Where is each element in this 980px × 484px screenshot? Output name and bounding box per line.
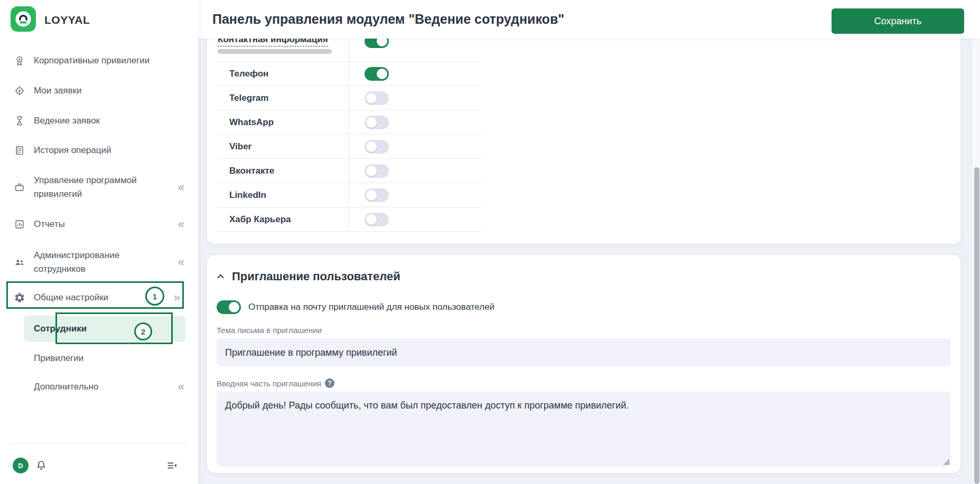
contact-channel-label: Вконтакте bbox=[217, 159, 349, 183]
table-row: Вконтакте bbox=[217, 159, 481, 183]
table-row: Viber bbox=[217, 135, 481, 159]
annotation-step-number: 2 bbox=[141, 327, 145, 336]
reports-icon bbox=[14, 219, 25, 230]
table-row: Хабр Карьера bbox=[217, 207, 481, 232]
sidebar-item-program-management[interactable]: Управление программой привилегий « bbox=[0, 170, 198, 205]
email-invite-toggle-row: Отправка на почту приглашений для новых … bbox=[217, 300, 951, 314]
avatar-initial: D bbox=[18, 462, 23, 470]
contact-channel-label: Хабр Карьера bbox=[217, 207, 349, 231]
brand-name: LOYYAL bbox=[44, 14, 90, 26]
horizontal-scrollbar-thumb[interactable] bbox=[218, 49, 332, 54]
resize-handle-icon[interactable] bbox=[943, 459, 949, 465]
app-window: LOYYAL Корпоративные привилегии Мои заяв… bbox=[0, 0, 980, 484]
collapse-chevron-icon[interactable]: « bbox=[178, 219, 184, 230]
sidebar-item-label: Привилегии bbox=[34, 352, 165, 365]
annotation-badge-step2: 2 bbox=[134, 322, 152, 340]
sidebar-item-request-management[interactable]: Ведение заявок bbox=[0, 111, 198, 130]
intro-field-label-text: Вводная часть приглашения bbox=[217, 379, 321, 388]
contact-channel-label: Telegram bbox=[217, 86, 349, 110]
award-icon bbox=[14, 55, 25, 67]
table-row: LinkedIn bbox=[217, 183, 481, 207]
habr-career-toggle[interactable] bbox=[365, 213, 389, 226]
sidebar-item-label: История операций bbox=[34, 144, 165, 157]
vkontakte-toggle[interactable] bbox=[365, 164, 389, 178]
intro-field-label: Вводная часть приглашения ? bbox=[217, 378, 951, 388]
collapse-sidebar-icon[interactable] bbox=[166, 459, 179, 472]
briefcase-icon bbox=[14, 182, 25, 193]
contact-channel-label: Viber bbox=[217, 135, 349, 158]
whatsapp-toggle[interactable] bbox=[365, 116, 389, 129]
page-title: Панель управления модулем "Ведение сотру… bbox=[212, 12, 564, 27]
telegram-toggle[interactable] bbox=[365, 91, 389, 105]
table-row: WhatsApp bbox=[217, 110, 481, 135]
collapse-chevron-icon[interactable]: « bbox=[178, 381, 184, 393]
email-invite-toggle-label: Отправка на почту приглашений для новых … bbox=[248, 302, 494, 312]
sidebar-item-label: Мои заявки bbox=[34, 84, 165, 98]
phone-toggle[interactable] bbox=[365, 67, 389, 81]
contact-channel-label: LinkedIn bbox=[217, 183, 349, 207]
page-header: Панель управления модулем "Ведение сотру… bbox=[198, 0, 980, 39]
sidebar-item-label: Ведение заявок bbox=[34, 114, 165, 128]
invite-subject-input[interactable] bbox=[217, 338, 951, 367]
sidebar-item-operation-history[interactable]: История операций bbox=[0, 141, 198, 160]
email-invite-toggle[interactable] bbox=[217, 300, 241, 314]
contact-channels-table: Контактная информация Телефон Telegram W… bbox=[217, 39, 481, 232]
annotation-badge-step1: 1 bbox=[145, 287, 164, 306]
invitation-card: Приглашение пользователей Отправка на по… bbox=[207, 255, 960, 473]
sidebar-item-label: Корпоративные привилегии bbox=[34, 54, 165, 68]
avatar[interactable]: D bbox=[13, 458, 29, 473]
vertical-scrollbar-thumb[interactable] bbox=[974, 167, 979, 484]
table-row: Telegram bbox=[217, 86, 481, 110]
sidebar: LOYYAL Корпоративные привилегии Мои заяв… bbox=[0, 0, 198, 484]
annotation-step-number: 1 bbox=[153, 292, 157, 301]
viber-toggle[interactable] bbox=[365, 140, 389, 154]
contact-info-link[interactable]: Контактная информация bbox=[218, 39, 328, 46]
people-icon bbox=[14, 257, 25, 268]
invite-intro-text: Добрый день! Рады сообщить, что вам был … bbox=[225, 400, 629, 411]
contact-channel-label: WhatsApp bbox=[217, 110, 349, 134]
chevron-up-icon[interactable] bbox=[217, 272, 225, 281]
invite-intro-textarea[interactable]: Добрый день! Рады сообщить, что вам был … bbox=[217, 392, 951, 467]
loyyal-logo-icon bbox=[11, 6, 36, 34]
collapse-chevron-icon[interactable]: « bbox=[178, 257, 184, 268]
sidebar-item-my-requests[interactable]: Мои заявки bbox=[0, 81, 198, 100]
section-title-row: Приглашение пользователей bbox=[217, 255, 951, 283]
table-header-row-clipped: Контактная информация bbox=[217, 39, 481, 62]
sidebar-item-label: Дополнительно bbox=[34, 380, 165, 394]
receipt-icon bbox=[14, 145, 25, 156]
sidebar-subitem-additional[interactable]: Дополнительно « bbox=[0, 377, 198, 396]
sidebar-item-label: Отчеты bbox=[34, 217, 165, 231]
hourglass-icon bbox=[14, 115, 25, 127]
annotation-box-step2 bbox=[55, 312, 173, 344]
table-row: Телефон bbox=[217, 62, 481, 86]
sidebar-item-corporate-privileges[interactable]: Корпоративные привилегии bbox=[0, 51, 198, 70]
section-title: Приглашение пользователей bbox=[232, 270, 400, 283]
sidebar-subitem-privileges[interactable]: Привилегии bbox=[0, 349, 198, 368]
collapse-chevron-icon[interactable]: « bbox=[178, 182, 184, 193]
target-icon bbox=[14, 85, 25, 97]
brand: LOYYAL bbox=[11, 6, 90, 34]
contact-info-toggle[interactable] bbox=[365, 39, 389, 48]
sidebar-item-label: Управление программой привилегий bbox=[34, 174, 165, 202]
help-icon[interactable]: ? bbox=[325, 378, 334, 388]
sidebar-item-reports[interactable]: Отчеты « bbox=[0, 215, 198, 234]
linkedin-toggle[interactable] bbox=[365, 188, 389, 202]
save-button[interactable]: Сохранить bbox=[832, 8, 964, 34]
notifications-bell-icon[interactable] bbox=[35, 459, 48, 472]
contact-channel-label: Телефон bbox=[217, 62, 349, 86]
sidebar-item-label: Администрирование сотрудников bbox=[34, 249, 165, 277]
sidebar-footer-divider bbox=[10, 443, 187, 444]
contact-channels-card: Контактная информация Телефон Telegram W… bbox=[207, 39, 960, 244]
subject-field-label: Тема письма в приглашении bbox=[217, 326, 951, 335]
sidebar-item-employee-administration[interactable]: Администрирование сотрудников « bbox=[0, 245, 198, 280]
